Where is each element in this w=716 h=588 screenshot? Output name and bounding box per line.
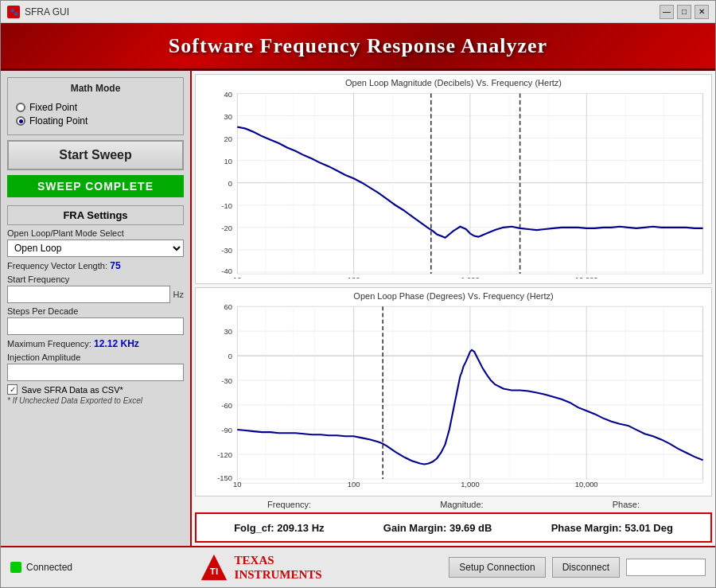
svg-text:-120: -120 [217, 451, 232, 459]
frequency-cursor-label: Frequency: [267, 500, 311, 509]
phase-margin-value: Phase Margin: 53.01 Deg [551, 522, 673, 534]
magnitude-chart-svg-wrap: 40 30 20 10 0 -10 -20 -30 -40 10 100 [196, 89, 711, 278]
phase-chart-svg-wrap: 60 30 0 -30 -60 -90 -120 -150 10 100 1,0… [196, 302, 711, 492]
phase-chart-title: Open Loop Phase (Degrees) Vs. Frequency … [196, 288, 711, 302]
svg-text:0: 0 [228, 179, 232, 188]
phase-chart: Open Loop Phase (Degrees) Vs. Frequency … [195, 287, 712, 497]
connection-status: Connected [10, 562, 72, 573]
start-sweep-button[interactable]: Start Sweep [7, 140, 184, 170]
svg-text:60: 60 [224, 303, 232, 311]
ti-logo: TI TEXAS INSTRUMENTS [72, 553, 449, 582]
svg-text:10,000: 10,000 [575, 275, 598, 278]
main-window: 🐾 SFRA GUI — □ ✕ Software Frequency Resp… [0, 0, 716, 588]
svg-text:10: 10 [224, 157, 232, 165]
magnitude-svg: 40 30 20 10 0 -10 -20 -30 -40 10 100 [196, 89, 711, 278]
csv-label: Save SFRA Data as CSV* [21, 385, 123, 395]
svg-text:30: 30 [224, 328, 232, 336]
svg-text:10: 10 [233, 275, 241, 278]
injection-field: Injection Amplitude .0010 [7, 352, 184, 381]
svg-text:-90: -90 [221, 426, 232, 434]
loop-mode-select[interactable]: Open Loop Plant Mode [7, 239, 184, 257]
max-freq-label: Maximum Frequency: [7, 339, 91, 349]
title-bar-text: SFRA GUI [25, 6, 660, 18]
disconnect-button[interactable]: Disconnect [552, 557, 620, 578]
start-freq-unit: Hz [173, 290, 184, 299]
fra-settings-section: FRA Settings Open Loop/Plant Mode Select… [7, 205, 184, 405]
maximize-button[interactable]: □ [677, 5, 691, 19]
svg-text:-40: -40 [221, 267, 232, 275]
charts-area: Open Loop Magnitude (Decibels) Vs. Frequ… [195, 74, 712, 496]
floating-point-option[interactable]: Floating Point [16, 115, 175, 127]
svg-text:1,000: 1,000 [461, 481, 480, 489]
setup-connection-button[interactable]: Setup Connection [449, 557, 545, 578]
magnitude-chart-title: Open Loop Magnitude (Decibels) Vs. Frequ… [196, 75, 711, 89]
right-panel: Open Loop Magnitude (Decibels) Vs. Frequ… [192, 71, 715, 546]
svg-text:20: 20 [224, 134, 232, 143]
fixed-point-label: Fixed Point [29, 102, 77, 113]
injection-label: Injection Amplitude [7, 352, 184, 362]
csv-checkbox-row: ✓ Save SFRA Data as CSV* [7, 384, 184, 395]
svg-text:-10: -10 [221, 201, 232, 210]
title-bar: 🐾 SFRA GUI — □ ✕ [1, 1, 715, 23]
steps-input[interactable]: 24 [7, 317, 184, 335]
svg-text:-30: -30 [221, 246, 232, 255]
svg-text:-20: -20 [221, 224, 232, 232]
svg-text:-30: -30 [221, 377, 232, 385]
svg-text:10: 10 [233, 481, 241, 489]
svg-text:0: 0 [228, 352, 232, 360]
floating-point-label: Floating Point [29, 115, 88, 127]
start-freq-field: Start Frequency 10.0000 Hz [7, 275, 184, 303]
freq-vector-label: Frequency Vector Length: [7, 261, 107, 271]
csv-checkbox[interactable]: ✓ [7, 384, 18, 395]
status-dot [10, 562, 21, 573]
start-freq-input-row: 10.0000 Hz [7, 286, 184, 303]
svg-text:-60: -60 [221, 402, 232, 410]
footer: Connected TI TEXAS INSTRUMENTS Setup Con… [1, 546, 715, 587]
freq-vector-value: 75 [110, 260, 120, 271]
footer-right: Setup Connection Disconnect [449, 557, 706, 578]
svg-text:1,000: 1,000 [461, 275, 480, 278]
app-title: Software Frequency Response Analyzer [169, 34, 547, 58]
math-mode-section: Math Mode Fixed Point Floating Point [7, 77, 184, 135]
connection-input[interactable] [626, 559, 706, 576]
close-button[interactable]: ✕ [695, 5, 709, 19]
csv-checkbox-item[interactable]: ✓ Save SFRA Data as CSV* [7, 384, 184, 395]
floating-point-radio[interactable] [16, 116, 25, 126]
injection-input[interactable]: .0010 [7, 364, 184, 381]
status-bar: Folg_cf: 209.13 Hz Gain Margin: 39.69 dB… [195, 512, 712, 543]
start-freq-input[interactable]: 10.0000 [7, 286, 170, 303]
fixed-point-option[interactable]: Fixed Point [16, 102, 175, 113]
max-freq-value: 12.12 KHz [94, 338, 139, 349]
status-label: Connected [26, 562, 72, 573]
app-icon: 🐾 [7, 6, 20, 18]
svg-text:30: 30 [224, 112, 232, 121]
math-mode-radio-group: Fixed Point Floating Point [13, 99, 178, 130]
ti-logo-icon: TI [200, 553, 228, 582]
svg-text:40: 40 [224, 90, 232, 99]
svg-text:TI: TI [209, 566, 217, 576]
magnitude-cursor-label: Magnitude: [440, 500, 483, 509]
left-panel: Math Mode Fixed Point Floating Point Sta… [1, 71, 192, 546]
loop-mode-label: Open Loop/Plant Mode Select [7, 228, 184, 238]
math-mode-title: Math Mode [13, 83, 178, 94]
phase-svg: 60 30 0 -30 -60 -90 -120 -150 10 100 1,0… [196, 302, 711, 492]
sweep-complete-indicator: SWEEP COMPLETE [7, 175, 184, 197]
magnitude-chart: Open Loop Magnitude (Decibels) Vs. Frequ… [195, 74, 712, 284]
fixed-point-radio[interactable] [16, 103, 25, 112]
start-freq-label: Start Frequency [7, 275, 184, 284]
svg-text:100: 100 [348, 481, 360, 489]
title-bar-controls: — □ ✕ [660, 5, 709, 19]
gain-margin-value: Gain Margin: 39.69 dB [383, 522, 492, 534]
cursor-labels: Frequency: Magnitude: Phase: [195, 498, 712, 511]
svg-text:10,000: 10,000 [575, 481, 598, 489]
phase-cursor-label: Phase: [613, 500, 640, 509]
freq-vector-field: Frequency Vector Length: 75 [7, 260, 184, 271]
fra-settings-title: FRA Settings [7, 205, 184, 225]
main-content: Math Mode Fixed Point Floating Point Sta… [1, 71, 715, 546]
minimize-button[interactable]: — [660, 5, 674, 19]
ti-logo-text: TEXAS INSTRUMENTS [235, 553, 322, 582]
steps-field: Steps Per Decade 24 [7, 306, 184, 335]
csv-note: * If Unchecked Data Exported to Excel [7, 396, 184, 405]
header-banner: Software Frequency Response Analyzer [1, 23, 715, 71]
svg-text:-150: -150 [217, 474, 232, 482]
